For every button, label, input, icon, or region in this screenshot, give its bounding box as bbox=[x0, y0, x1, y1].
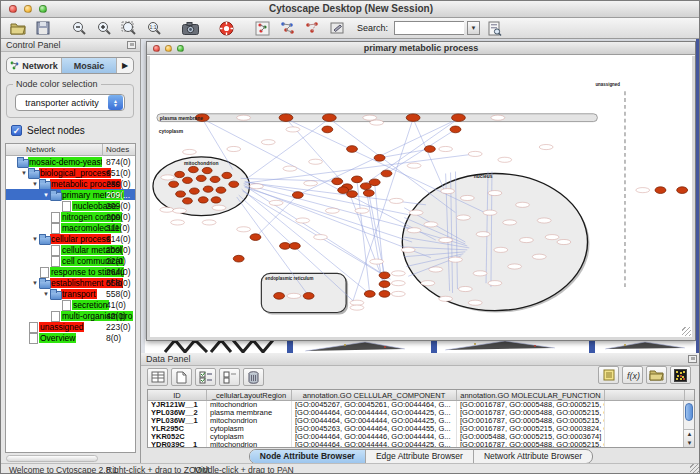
open-file-icon[interactable] bbox=[7, 19, 29, 37]
er-gene-node[interactable] bbox=[303, 293, 314, 300]
gene-node[interactable] bbox=[289, 243, 300, 250]
gene-node[interactable] bbox=[369, 179, 380, 186]
mito-gene-node[interactable] bbox=[198, 197, 208, 203]
tree-row-response-to-stimulu[interactable]: response to stimulu264(0) bbox=[6, 266, 135, 277]
mito-gene-node[interactable] bbox=[183, 177, 193, 183]
matrix-view-icon[interactable] bbox=[670, 366, 691, 384]
annotation-icon[interactable] bbox=[326, 19, 348, 37]
zoom-out-icon[interactable] bbox=[68, 19, 90, 37]
membrane-gene-node[interactable] bbox=[279, 114, 293, 121]
select-first-neighbors-icon[interactable] bbox=[276, 19, 298, 37]
tree-expander-icon[interactable]: ▼ bbox=[31, 181, 39, 187]
table-row[interactable]: YPL036W__1mitochondrion[GO:0044464, GO:0… bbox=[148, 417, 694, 425]
mito-gene-node[interactable] bbox=[183, 198, 193, 204]
gene-node[interactable] bbox=[374, 154, 385, 161]
gene-node[interactable] bbox=[280, 243, 291, 250]
tab-node-attribute-browser[interactable]: Node Attribute Browser bbox=[250, 450, 366, 463]
membrane-gene-node[interactable] bbox=[406, 114, 420, 121]
gene-node[interactable] bbox=[233, 255, 244, 262]
gene-node[interactable] bbox=[250, 234, 261, 241]
gene-node[interactable] bbox=[363, 190, 374, 197]
mito-gene-node[interactable] bbox=[216, 187, 226, 193]
tree-row-biological-process[interactable]: ▼biological_process651(0) bbox=[6, 167, 135, 178]
gene-node[interactable] bbox=[379, 281, 390, 288]
zoom-in-icon[interactable] bbox=[93, 19, 115, 37]
mito-gene-node[interactable] bbox=[222, 172, 232, 178]
zoom-selected-icon[interactable]: 1:1 bbox=[143, 19, 165, 37]
tree-row-nitrogen-compo[interactable]: nitrogen compo209(0) bbox=[6, 211, 135, 222]
background-windows[interactable] bbox=[145, 339, 696, 353]
gene-node[interactable] bbox=[292, 192, 303, 199]
gene-node[interactable] bbox=[332, 178, 343, 185]
er-gene-node[interactable] bbox=[274, 293, 285, 300]
gene-node[interactable] bbox=[379, 272, 390, 279]
table-row[interactable]: YKR052Ccytoplasm[GO:0044464, GO:0044446,… bbox=[148, 433, 694, 441]
attribute-table-icon[interactable] bbox=[147, 368, 168, 386]
help-lifering-icon[interactable] bbox=[215, 19, 237, 37]
view-resize-grip[interactable] bbox=[682, 327, 691, 336]
tree-row-nucleobase-[interactable]: nucleobase-209(0) bbox=[6, 200, 135, 211]
table-header-blank[interactable] bbox=[605, 390, 685, 400]
table-header-annotation.GO MOLECULAR_FUNCTION[interactable]: annotation.GO MOLECULAR_FUNCTION bbox=[457, 390, 605, 400]
network-canvas[interactable]: plasma membranecytoplasmmitochondrionnuc… bbox=[147, 56, 695, 340]
float-data-panel-icon[interactable] bbox=[688, 355, 697, 363]
mito-gene-node[interactable] bbox=[203, 186, 213, 192]
select-attributes-icon[interactable] bbox=[195, 368, 216, 386]
table-row[interactable]: YJR121W__1mitochondrion[GO:0045267, GO:0… bbox=[148, 401, 694, 409]
gene-node[interactable] bbox=[450, 126, 461, 133]
mito-gene-node[interactable] bbox=[176, 191, 186, 197]
table-header-annotation.GO CELLULAR_COMPONENT[interactable]: annotation.GO CELLULAR_COMPONENT bbox=[292, 390, 457, 400]
mito-gene-node[interactable] bbox=[211, 197, 221, 203]
view-titlebar[interactable]: primary metabolic process bbox=[147, 42, 695, 55]
unassigned-gene-node[interactable] bbox=[677, 187, 688, 194]
table-header-ID[interactable]: ID bbox=[148, 390, 207, 400]
tab-edge-attribute-browser[interactable]: Edge Attribute Browser bbox=[366, 450, 474, 463]
import-attributes-icon[interactable] bbox=[646, 366, 667, 384]
enhanced-search-icon[interactable] bbox=[483, 19, 505, 37]
node-color-dropdown[interactable]: transporter activity ▲▼ bbox=[15, 94, 125, 111]
network-overview-icon[interactable] bbox=[251, 19, 273, 37]
save-icon[interactable] bbox=[32, 19, 54, 37]
tree-horizontal-scrollbar[interactable] bbox=[6, 455, 98, 462]
scrollbar-thumb[interactable] bbox=[685, 403, 693, 421]
tab-mosaic[interactable]: Mosaic bbox=[62, 58, 117, 73]
tree-row-secretion[interactable]: secretion41(0) bbox=[6, 299, 135, 310]
formula-fx-icon[interactable]: f(x) bbox=[622, 366, 643, 384]
delete-attribute-icon[interactable] bbox=[243, 368, 264, 386]
tab-network[interactable]: Network bbox=[7, 58, 62, 73]
zoom-fit-icon[interactable] bbox=[118, 19, 140, 37]
app-resize-grip[interactable] bbox=[690, 464, 700, 474]
search-input[interactable] bbox=[394, 21, 464, 35]
tree-row-macromolecule[interactable]: macromolecule311(0) bbox=[6, 222, 135, 233]
membrane-gene-node[interactable] bbox=[452, 114, 466, 121]
tree-expander-icon[interactable]: ▼ bbox=[20, 170, 28, 176]
gene-node[interactable] bbox=[347, 146, 358, 153]
table-row[interactable]: YLR295Ccytoplasm[GO:0045263, GO:0044464,… bbox=[148, 425, 694, 433]
tree-expander-icon[interactable]: ▼ bbox=[31, 236, 39, 242]
tree-row-multi-organism-pro[interactable]: multi-organism pro42(0) bbox=[6, 310, 135, 321]
search-dropdown-icon[interactable]: ▼ bbox=[467, 21, 480, 35]
mito-gene-node[interactable] bbox=[210, 176, 220, 182]
tree-expander-icon[interactable]: ▼ bbox=[42, 192, 50, 198]
gene-node[interactable] bbox=[352, 176, 363, 183]
tree-row-cellular-process[interactable]: ▼cellular process614(0) bbox=[6, 233, 135, 244]
mito-gene-node[interactable] bbox=[175, 171, 185, 177]
new-attribute-icon[interactable] bbox=[171, 368, 192, 386]
mito-gene-node[interactable] bbox=[189, 188, 199, 194]
tree-row-cell-communicat[interactable]: cell communicat22(0) bbox=[6, 255, 135, 266]
tree-row-primary-metabol[interactable]: ▼primary metabol209(... bbox=[6, 189, 135, 200]
gene-node[interactable] bbox=[381, 170, 392, 177]
table-vertical-scrollbar[interactable]: ▲▼ bbox=[683, 401, 694, 447]
table-row[interactable]: YPL036W__2plasma membrane[GO:0044464, GO… bbox=[148, 409, 694, 417]
scrollbar-arrows[interactable]: ▲▼ bbox=[684, 429, 695, 447]
gene-node[interactable] bbox=[364, 291, 375, 298]
table-row[interactable]: YDR039C__1mitochondrion[GO:0044464, GO:0… bbox=[148, 441, 694, 448]
tree-row-overview[interactable]: Overview8(0) bbox=[6, 332, 135, 343]
attribute-notes-icon[interactable] bbox=[598, 366, 619, 384]
tree-expander-icon[interactable]: ▼ bbox=[42, 291, 50, 297]
tab-scroll-right-icon[interactable]: ▶ bbox=[117, 58, 133, 73]
tree-row-mosaic-demo-yeast[interactable]: mosaic-demo-yeast874(0) bbox=[6, 156, 135, 167]
table-header-_cellularLayoutRegion[interactable]: _cellularLayoutRegion bbox=[207, 390, 292, 400]
gene-node[interactable] bbox=[379, 291, 390, 298]
tree-expander-icon[interactable]: ▼ bbox=[31, 280, 39, 286]
